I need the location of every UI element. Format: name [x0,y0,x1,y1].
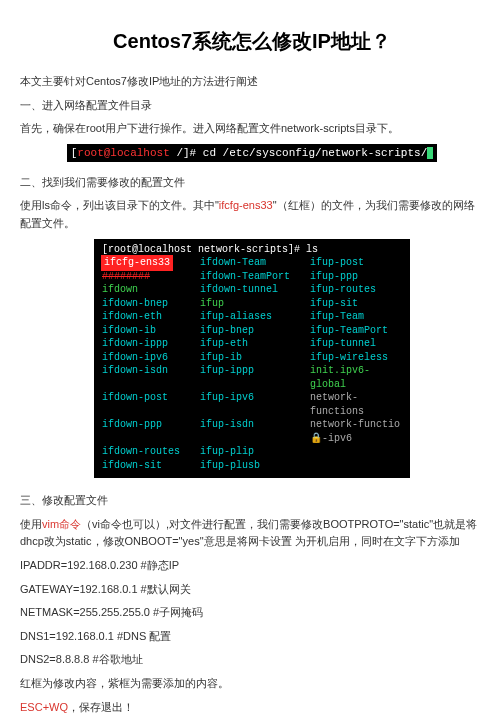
ls-c: ifup-routes [310,283,402,297]
page-title: Centos7系统怎么修改IP地址？ [20,28,484,55]
ls-c: init.ipv6-global [310,364,402,391]
ls-c: ifup-ppp [310,270,402,284]
ls-c: ifdown-post [102,391,200,418]
ls-c: ifup-isdn [200,418,310,445]
esc-b: +WQ [43,701,68,713]
cfg-esc: ESC+WQ，保存退出！ [20,699,484,714]
term1-user: root@localhost [77,147,176,159]
ls-c: ifup-plip [200,445,310,459]
ls-prompt: [root@localhost network-scripts]# [102,244,306,255]
ls-c: ifup-aliases [200,310,310,324]
ls-c: ifup-TeamPort [310,324,402,338]
term1-cursor [427,147,433,159]
ls-c: ifup-plusb [200,459,310,473]
section-2-heading: 二、找到我们需要修改的配置文件 [20,174,484,192]
ls-c: ifup-wireless [310,351,402,365]
section-3-heading: 三、修改配置文件 [20,492,484,510]
ls-c: ifdown [102,283,200,297]
s3-b: （vi命令也可以）,对文件进行配置，我们需要修改BOOTPROTO="stati… [20,518,477,548]
term1-hash: ]# [183,147,203,159]
terminal-2-wrap: [root@localhost network-scripts]# ls ifc… [20,239,484,479]
term1-tilde: / [176,147,183,159]
terminal-2: [root@localhost network-scripts]# ls ifc… [94,239,410,479]
esc-a: ESC [20,701,43,713]
ls-ifcfg-highlight: ifcfg-ens33 [102,256,172,270]
ls-c [310,445,402,459]
ls-c: ifup-ipv6 [200,391,310,418]
ls-c: network-functions [310,391,402,418]
section-1-text: 首先，确保在root用户下进行操作。进入网络配置文件network-script… [20,120,484,138]
ls-c: ifup-sit [310,297,402,311]
ls-c: network-functio🔒-ipv6 [310,418,402,445]
ls-c: ifup-eth [200,337,310,351]
ls-cmd: ls [306,244,318,255]
ls-c: ifdown-tunnel [200,283,310,297]
ls-c: ifdown-bnep [102,297,200,311]
s3-vim: vim命令 [42,518,81,530]
ls-c: ifup [200,297,310,311]
ls-c: ifdown-eth [102,310,200,324]
section-3-line1: 使用vim命令（vi命令也可以）,对文件进行配置，我们需要修改BOOTPROTO… [20,516,484,551]
section-2-text: 使用ls命令，列出该目录下的文件。其中"ifcfg-ens33"（红框）的文件，… [20,197,484,232]
cfg-dns1: DNS1=192.168.0.1 #DNS 配置 [20,628,484,646]
ls-c: ifdown-routes [102,445,200,459]
s2-text-a: 使用ls命令，列出该目录下的文件。其中" [20,199,219,211]
section-1-heading: 一、进入网络配置文件目录 [20,97,484,115]
ls-c: ifup-ib [200,351,310,365]
intro-text: 本文主要针对Centos7修改IP地址的方法进行阐述 [20,73,484,91]
esc-c: ，保存退出！ [68,701,134,713]
ls-c: ifup-bnep [200,324,310,338]
ls-c: ifup-post [310,256,402,270]
s2-ifcfg: ifcfg-ens33 [219,199,273,211]
ls-c: ifdown-ippp [102,337,200,351]
s3-a: 使用 [20,518,42,530]
cfg-gw: GATEWAY=192.168.0.1 #默认网关 [20,581,484,599]
ls-c: ifdown-sit [102,459,200,473]
cfg-mask: NETMASK=255.255.255.0 #子网掩码 [20,604,484,622]
ls-c: ifdown-ipv6 [102,351,200,365]
ls-c: ifdown-isdn [102,364,200,391]
cfg-dns2: DNS2=8.8.8.8 #谷歌地址 [20,651,484,669]
ls-c: ifup-ippp [200,364,310,391]
ls-c: ifdown-Team [200,256,310,270]
cfg-ip: IPADDR=192.168.0.230 #静态IP [20,557,484,575]
ls-struck: ######## [102,271,150,282]
terminal-1-wrap: [root@localhost /]# cd /etc/sysconfig/ne… [20,144,484,162]
cfg-note: 红框为修改内容，紫框为需要添加的内容。 [20,675,484,693]
ls-c [310,459,402,473]
ls-c: ifdown-TeamPort [200,270,310,284]
term1-cmd: cd /etc/sysconfig/network-scripts/ [203,147,427,159]
ls-c: ifup-tunnel [310,337,402,351]
terminal-1: [root@localhost /]# cd /etc/sysconfig/ne… [67,144,438,162]
ls-c: ifdown-ib [102,324,200,338]
ls-c: ifdown-ppp [102,418,200,445]
ls-c: ifup-Team [310,310,402,324]
